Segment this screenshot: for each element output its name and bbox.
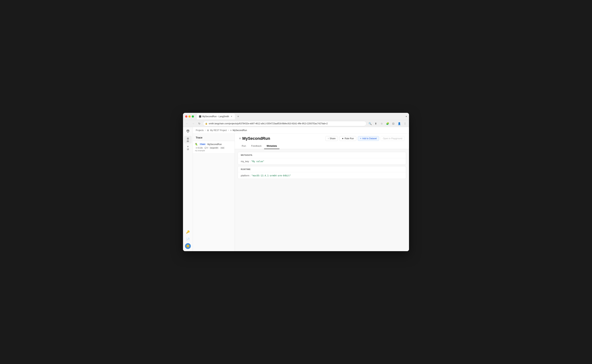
chain-badge: Chain (199, 143, 206, 145)
key-icon: 🔑 (186, 230, 190, 234)
logo[interactable] (185, 129, 191, 134)
breadcrumb-sep1: > (205, 129, 206, 132)
runtime-section: RUNTIME platform : "macOS-13.4.1-arm64-a… (238, 166, 406, 179)
tab-dropdown-icon[interactable]: ▾ (406, 115, 407, 118)
runtime-row-platform: platform : "macOS-13.4.1-arm64-arm-64bit… (238, 172, 406, 179)
sidebar-bottom: 🔑 📄 😊 (185, 229, 191, 251)
trace-time-value: 0.13s (198, 147, 202, 149)
metadata-content: METADATA my_key : "My value" RUNTIME pla… (235, 149, 409, 251)
trace-item-header: 🦜 Chain MySecondRun (195, 143, 232, 146)
address-bar-row: ← → ↻ 🔒 smith.langchain.com/projects/p/6… (183, 120, 409, 127)
run-title: MySecondRun (242, 136, 270, 141)
share-button[interactable]: ↑ Share (325, 136, 338, 141)
breadcrumb-project[interactable]: My REST Project (210, 129, 227, 132)
trace-label: my-example (195, 150, 232, 152)
tab-run[interactable]: Run (239, 143, 249, 149)
titlebar: MySecondRun - LangSmith ✕ + ▾ (183, 113, 409, 120)
maximize-button[interactable] (192, 115, 194, 117)
active-tab[interactable]: MySecondRun - LangSmith ✕ (197, 114, 235, 119)
platform-key: platform (241, 174, 249, 177)
tab-close-button[interactable]: ✕ (230, 115, 233, 118)
new-tab-button[interactable]: + (236, 114, 241, 119)
traffic-lights (185, 115, 194, 117)
clock-icon: ⏱ (196, 147, 198, 149)
traces-badge: 13 (187, 148, 189, 150)
tab-favicon (199, 115, 201, 117)
tab-title: MySecondRun - LangSmith (202, 115, 229, 118)
detail-title: ≡ MySecondRun (239, 136, 270, 141)
address-bar[interactable]: 🔒 smith.langchain.com/projects/p/6378432… (203, 121, 366, 126)
trace-token-count: 0 (207, 147, 208, 149)
comment-icon: 💬 (204, 147, 207, 149)
avatar-icon: 😊 (186, 245, 189, 247)
trace-time: ⏱ 0.13s (195, 147, 203, 149)
sidebar-item-projects[interactable]: ⊞ 89 (184, 136, 192, 143)
share-icon[interactable]: ⬆ (373, 121, 378, 126)
document-icon: 📄 (186, 238, 190, 241)
url-text: smith.langchain.com/projects/p/6378432e-… (209, 122, 364, 125)
trace-header: Trace (193, 134, 235, 141)
extension-icon[interactable]: 🧩 (385, 121, 390, 126)
trace-tag-langsmith: langsmith (209, 147, 219, 149)
detail-actions: ↑ Share ★ Rate Run + Add to Dataset (325, 136, 405, 141)
breadcrumb-sep2: > (228, 129, 229, 132)
platform-value: "macOS-13.4.1-arm64-arm-64bit" (251, 174, 291, 177)
profile-icon[interactable]: 👤 (397, 121, 402, 126)
docs-button[interactable]: 📄 (185, 236, 191, 242)
detail-title-row: ≡ MySecondRun ↑ Share ★ Rate Ru (239, 136, 405, 141)
tab-feedback[interactable]: Feedback (249, 143, 264, 149)
bookmark-icon[interactable]: ☆ (379, 121, 384, 126)
metadata-row-my-key: my_key : "My value" (238, 158, 406, 164)
share-arrow-icon: ↑ (328, 137, 329, 140)
search-icon[interactable]: 🔍 (367, 121, 373, 126)
breadcrumb-run: MySecondRun (233, 129, 247, 132)
back-button[interactable]: ← (184, 121, 189, 126)
platform-colon: : (250, 174, 251, 177)
trace-panel: Trace 🦜 Chain MySecondRun ⏱ 0.13s (193, 134, 235, 251)
open-playground-button[interactable]: Open in Playground (381, 136, 405, 141)
content-split: Trace 🦜 Chain MySecondRun ⏱ 0.13s (193, 134, 409, 251)
close-button[interactable] (185, 115, 187, 117)
lock-icon: 🔒 (205, 122, 208, 125)
runtime-section-header: RUNTIME (238, 166, 406, 172)
traces-icon: ≡ (187, 145, 188, 148)
sidebar-toggle-icon[interactable]: ⊡ (391, 121, 396, 126)
chrome-actions: 🔍 ⬆ ☆ 🧩 ⊡ 👤 ⋮ (367, 121, 408, 126)
breadcrumb-run-icon: ≡ (230, 129, 231, 132)
add-dataset-label: Add to Dataset (362, 137, 377, 140)
breadcrumb: Projects > ⊞ My REST Project > ≡ MySecon… (193, 127, 409, 134)
tab-metadata[interactable]: Metadata (264, 143, 279, 149)
menu-icon[interactable]: ⋮ (403, 121, 408, 126)
forward-button[interactable]: → (191, 121, 196, 126)
detail-title-icon: ≡ (239, 137, 241, 140)
trace-meta: ⏱ 0.13s 💬 0 langsmith rest (195, 147, 232, 149)
breadcrumb-project-icon: ⊞ (207, 129, 209, 132)
app-layout: ⊞ 89 ≡ 13 🔑 📄 😊 (183, 127, 409, 251)
trace-run-name: MySecondRun (208, 143, 222, 146)
sidebar-top: ⊞ 89 ≡ 13 (184, 129, 192, 229)
share-label: Share (330, 137, 336, 140)
tabs: Run Feedback Metadata (239, 143, 405, 149)
add-icon: + (360, 137, 361, 140)
rate-label: Rate Run (345, 137, 354, 140)
trace-tokens: 💬 0 (204, 147, 208, 149)
keys-button[interactable]: 🔑 (185, 229, 191, 235)
rate-run-button[interactable]: ★ Rate Run (339, 136, 356, 141)
projects-badge: 89 (187, 140, 189, 142)
breadcrumb-projects[interactable]: Projects (196, 129, 204, 132)
metadata-value: "My value" (251, 160, 264, 163)
user-avatar[interactable]: 😊 (185, 243, 191, 249)
metadata-key: my_key (241, 160, 249, 163)
chain-run-icon: 🦜 (195, 143, 198, 146)
projects-icon: ⊞ (187, 137, 189, 140)
tab-bar: MySecondRun - LangSmith ✕ + (197, 114, 404, 119)
trace-item[interactable]: 🦜 Chain MySecondRun ⏱ 0.13s 💬 0 (193, 141, 235, 154)
reload-button[interactable]: ↻ (197, 121, 202, 126)
add-to-dataset-button[interactable]: + Add to Dataset (358, 136, 379, 141)
langsmith-logo (186, 129, 190, 133)
trace-tag-rest: rest (220, 147, 225, 149)
minimize-button[interactable] (188, 115, 191, 117)
detail-panel: ≡ MySecondRun ↑ Share ★ Rate Ru (235, 134, 409, 251)
sidebar-item-traces[interactable]: ≡ 13 (184, 144, 192, 151)
detail-header: ≡ MySecondRun ↑ Share ★ Rate Ru (235, 134, 409, 149)
